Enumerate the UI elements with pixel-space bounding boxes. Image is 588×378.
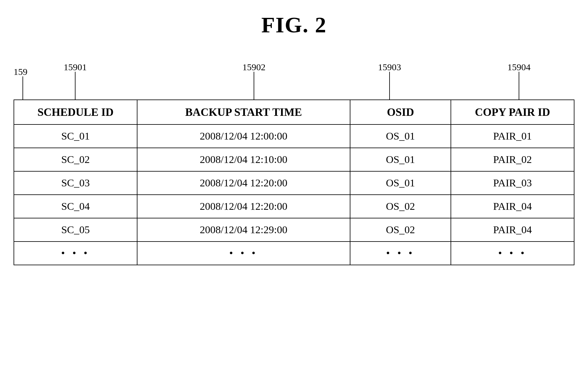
backup-start-time-cell: 2008/12/04 12:10:00	[137, 148, 350, 171]
table-row: SC_032008/12/04 12:20:00OS_01PAIR_03	[14, 171, 574, 195]
dots-cell: • • •	[451, 242, 574, 265]
schedule-id-cell: SC_04	[14, 195, 137, 218]
copy-pair-id-cell: PAIR_03	[451, 171, 574, 195]
ref-15902-label: 15902	[243, 63, 266, 72]
table-header-row: SCHEDULE ID BACKUP START TIME OSID COPY …	[14, 100, 574, 124]
backup-start-time-cell: 2008/12/04 12:20:00	[137, 171, 350, 195]
ref-brackets-svg: 159 15901 15902 15903 15904	[14, 63, 574, 100]
diagram-container: 159 15901 15902 15903 15904 SCHEDULE ID …	[14, 63, 574, 265]
schedule-id-cell: SC_02	[14, 148, 137, 171]
schedule-id-cell: SC_03	[14, 171, 137, 195]
header-schedule-id: SCHEDULE ID	[14, 100, 137, 124]
ref-labels-area: 159 15901 15902 15903 15904	[14, 63, 574, 100]
osid-cell: OS_02	[350, 195, 451, 218]
table-row: SC_042008/12/04 12:20:00OS_02PAIR_04	[14, 195, 574, 218]
ref-15904-label: 15904	[508, 63, 531, 72]
page-title: FIG. 2	[261, 12, 327, 38]
ref-159-label: 159	[14, 67, 27, 77]
backup-start-time-cell: 2008/12/04 12:20:00	[137, 195, 350, 218]
copy-pair-id-cell: PAIR_02	[451, 148, 574, 171]
dots-cell: • • •	[137, 242, 350, 265]
backup-start-time-cell: 2008/12/04 12:29:00	[137, 218, 350, 242]
osid-cell: OS_01	[350, 148, 451, 171]
table-row: SC_052008/12/04 12:29:00OS_02PAIR_04	[14, 218, 574, 242]
table-row: SC_022008/12/04 12:10:00OS_01PAIR_02	[14, 148, 574, 171]
osid-cell: OS_01	[350, 171, 451, 195]
header-osid: OSID	[350, 100, 451, 124]
header-copy-pair-id: COPY PAIR ID	[451, 100, 574, 124]
dots-row: • • •• • •• • •• • •	[14, 242, 574, 265]
schedule-id-cell: SC_05	[14, 218, 137, 242]
dots-cell: • • •	[14, 242, 137, 265]
backup-start-time-cell: 2008/12/04 12:00:00	[137, 124, 350, 148]
copy-pair-id-cell: PAIR_04	[451, 195, 574, 218]
dots-cell: • • •	[350, 242, 451, 265]
schedule-table: SCHEDULE ID BACKUP START TIME OSID COPY …	[14, 100, 574, 265]
osid-cell: OS_01	[350, 124, 451, 148]
copy-pair-id-cell: PAIR_04	[451, 218, 574, 242]
copy-pair-id-cell: PAIR_01	[451, 124, 574, 148]
table-row: SC_012008/12/04 12:00:00OS_01PAIR_01	[14, 124, 574, 148]
ref-15901-label: 15901	[64, 63, 87, 72]
header-backup-start-time: BACKUP START TIME	[137, 100, 350, 124]
schedule-id-cell: SC_01	[14, 124, 137, 148]
osid-cell: OS_02	[350, 218, 451, 242]
ref-15903-label: 15903	[378, 63, 401, 72]
